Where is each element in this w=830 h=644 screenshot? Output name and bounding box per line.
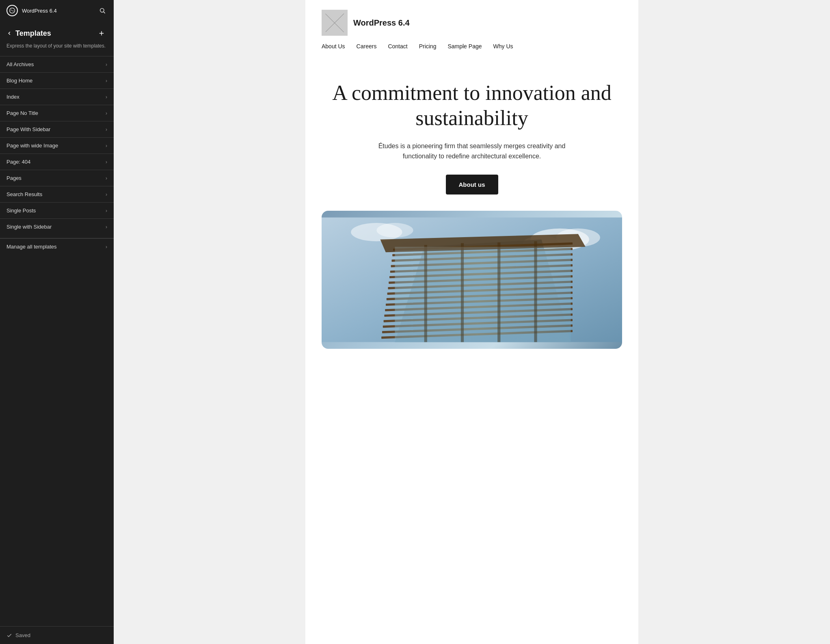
sidebar-title: Templates	[15, 29, 96, 38]
site-nav: About UsCareersContactPricingSample Page…	[322, 43, 622, 50]
manage-all-templates-item[interactable]: Manage all templates ›	[0, 238, 114, 255]
building-illustration	[322, 211, 622, 349]
main-preview: WordPress 6.4 About UsCareersContactPric…	[114, 0, 830, 644]
site-logo	[322, 10, 348, 36]
hero-section: A commitment to innovation and sustainab…	[305, 56, 638, 211]
chevron-right-icon: ›	[106, 127, 107, 132]
manage-templates-label: Manage all templates	[6, 244, 106, 250]
hero-image	[322, 211, 622, 349]
sidebar-footer: Saved	[0, 626, 114, 644]
back-button[interactable]	[6, 30, 12, 36]
wp-logo	[6, 5, 18, 16]
search-button[interactable]	[97, 6, 107, 15]
sidebar-item-page-no-title[interactable]: Page No Title ›	[0, 105, 114, 121]
sidebar-item-index[interactable]: Index ›	[0, 89, 114, 105]
site-nav-about-us[interactable]: About Us	[322, 43, 345, 50]
svg-point-1	[100, 9, 104, 12]
chevron-right-icon: ›	[106, 94, 107, 100]
sidebar-item-label: Index	[6, 94, 106, 100]
sidebar-item-page-with-wide-image[interactable]: Page with wide Image ›	[0, 137, 114, 153]
chevron-right-icon: ›	[106, 244, 107, 250]
preview-frame: WordPress 6.4 About UsCareersContactPric…	[305, 0, 638, 644]
site-nav-why-us[interactable]: Why Us	[493, 43, 513, 50]
site-name: WordPress 6.4	[353, 18, 410, 28]
chevron-right-icon: ›	[106, 175, 107, 181]
svg-rect-35	[395, 247, 571, 342]
sidebar-item-label: Page With Sidebar	[6, 126, 106, 132]
sidebar-description: Express the layout of your site with tem…	[0, 42, 114, 56]
chevron-right-icon: ›	[106, 143, 107, 149]
sidebar-item-single-posts[interactable]: Single Posts ›	[0, 202, 114, 218]
chevron-right-icon: ›	[106, 62, 107, 67]
sidebar-item-page-with-sidebar[interactable]: Page With Sidebar ›	[0, 121, 114, 137]
sidebar-item-page-404[interactable]: Page: 404 ›	[0, 153, 114, 170]
sidebar-item-label: Single with Sidebar	[6, 224, 106, 230]
sidebar-item-search-results[interactable]: Search Results ›	[0, 186, 114, 202]
hero-image-section	[305, 211, 638, 365]
templates-nav: All Archives › Blog Home › Index › Page …	[0, 56, 114, 626]
sidebar-item-pages[interactable]: Pages ›	[0, 170, 114, 186]
svg-point-10	[376, 223, 413, 238]
add-template-button[interactable]	[96, 28, 107, 39]
chevron-right-icon: ›	[106, 159, 107, 165]
site-nav-pricing[interactable]: Pricing	[419, 43, 437, 50]
chevron-right-icon: ›	[106, 192, 107, 197]
site-nav-sample-page[interactable]: Sample Page	[447, 43, 482, 50]
site-header: WordPress 6.4 About UsCareersContactPric…	[305, 0, 638, 56]
hero-title: A commitment to innovation and sustainab…	[322, 80, 622, 131]
sidebar-item-label: Search Results	[6, 191, 106, 197]
sidebar-item-label: Blog Home	[6, 78, 106, 84]
svg-line-2	[104, 12, 105, 13]
sidebar: WordPress 6.4 Templates Express the layo…	[0, 0, 114, 644]
sidebar-item-single-with-sidebar[interactable]: Single with Sidebar ›	[0, 218, 114, 235]
sidebar-item-label: Page with wide Image	[6, 143, 106, 149]
wp-version-label: WordPress 6.4	[22, 8, 93, 14]
sidebar-item-label: All Archives	[6, 61, 106, 67]
hero-description: Études is a pioneering firm that seamles…	[366, 141, 577, 162]
site-nav-contact[interactable]: Contact	[388, 43, 407, 50]
hero-button[interactable]: About us	[446, 175, 498, 194]
site-branding: WordPress 6.4	[322, 10, 622, 36]
topbar: WordPress 6.4	[0, 0, 114, 21]
saved-check-icon	[6, 633, 12, 638]
sidebar-item-label: Page: 404	[6, 159, 106, 165]
chevron-right-icon: ›	[106, 110, 107, 116]
sidebar-header: Templates	[0, 21, 114, 42]
site-nav-careers[interactable]: Careers	[357, 43, 377, 50]
sidebar-item-blog-home[interactable]: Blog Home ›	[0, 72, 114, 89]
sidebar-item-label: Single Posts	[6, 207, 106, 214]
saved-label: Saved	[15, 632, 30, 638]
sidebar-item-all-archives[interactable]: All Archives ›	[0, 56, 114, 72]
sidebar-item-label: Pages	[6, 175, 106, 181]
chevron-right-icon: ›	[106, 208, 107, 214]
chevron-right-icon: ›	[106, 78, 107, 84]
chevron-right-icon: ›	[106, 224, 107, 230]
sidebar-item-label: Page No Title	[6, 110, 106, 116]
